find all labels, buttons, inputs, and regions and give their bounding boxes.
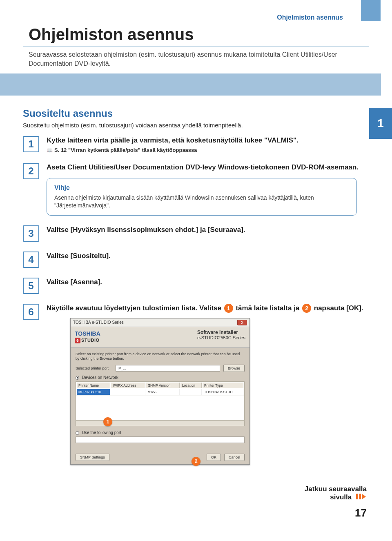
tip-text: Asenna ohjelmisto kirjautumalla sisään k… — [54, 194, 349, 209]
col-location: Location — [180, 383, 202, 388]
chapter-tab: 1 — [369, 108, 392, 139]
selected-port-input[interactable]: IP_... — [116, 365, 220, 372]
step-1: 1 Kytke laitteen virta päälle ja varmist… — [23, 136, 369, 153]
step-number: 2 — [23, 163, 39, 179]
selected-port-label: Selected printer port — [76, 366, 112, 370]
step-number: 6 — [23, 304, 39, 320]
installer-title-text: TOSHIBA e-STUDIO Series — [73, 320, 124, 325]
step-text: Valitse [Suositeltu]. — [47, 252, 369, 261]
cell-name: MFP07080510 — [77, 389, 110, 395]
page-title: Ohjelmiston asennus — [23, 25, 369, 44]
callout-inline-1: 1 — [224, 304, 233, 313]
installer-header-title: Software Installer — [197, 329, 245, 335]
installer-instruction: Select an existing printer port from a d… — [76, 352, 245, 361]
breadcrumb: Ohjelmiston asennus — [23, 14, 343, 21]
step-number: 1 — [23, 136, 39, 152]
cell-snmp: V1/V2 — [146, 389, 179, 395]
installer-dialog: TOSHIBA e-STUDIO Series X Software Insta… — [70, 318, 250, 465]
step6-mid: tämä laite listalta ja — [236, 304, 301, 312]
continue-line1: Jatkuu seuraavalla — [305, 485, 367, 493]
step-text: Näytölle avautuu löydettyjen tulostimien… — [47, 304, 369, 313]
cell-loc — [180, 389, 202, 395]
continue-line2: sivulla — [330, 493, 352, 501]
arrow-icon — [356, 493, 367, 501]
printer-list-area — [76, 396, 245, 421]
col-printer-name: Printer Name — [77, 383, 110, 388]
close-button[interactable]: X — [237, 320, 247, 325]
col-ip: IP/IPX Address — [111, 383, 145, 388]
tip-box: Vihje Asenna ohjelmisto kirjautumalla si… — [47, 178, 357, 216]
printer-row[interactable]: MFP07080510 V1/V2 TOSHIBA e-STUD — [77, 389, 243, 395]
cell-ip — [111, 389, 145, 395]
ok-button[interactable]: OK — [207, 454, 221, 461]
callout-badge-1: 1 — [103, 417, 112, 426]
step6-before: Näytölle avautuu löydettyjen tulostimien… — [47, 304, 223, 312]
step6-after: napsauta [OK]. — [314, 304, 363, 312]
step-number: 4 — [23, 252, 39, 268]
continue-text: Jatkuu seuraavalla sivulla — [23, 485, 367, 502]
step-6: 6 Näytölle avautuu löydettyjen tulostimi… — [23, 304, 369, 465]
radio2-label: Use the following port — [82, 430, 121, 435]
logo-text: STUDIO — [81, 338, 100, 343]
tip-title: Vihje — [54, 184, 349, 191]
e-logo-icon: e — [75, 338, 80, 343]
step-text: Aseta Client Utilities/User Documentatio… — [47, 163, 369, 172]
divider — [23, 46, 369, 47]
installer-header-subtitle: e-STUDIO2550C Series — [197, 335, 245, 340]
col-type: Printer Type — [203, 383, 243, 388]
intro-text: Seuraavassa selostetaan ohjelmiston (esi… — [23, 50, 369, 73]
page-number: 17 — [23, 507, 369, 519]
step-number: 5 — [23, 278, 39, 294]
browse-button[interactable]: Browse — [223, 365, 245, 372]
snmp-settings-button[interactable]: SNMP Settings — [76, 454, 109, 461]
step-text: Valitse [Hyväksyn lisenssisopimuksen ehd… — [47, 225, 369, 235]
port-input[interactable] — [76, 436, 245, 443]
cell-type: TOSHIBA e-STUD — [203, 389, 243, 395]
radio-use-following-port[interactable] — [76, 431, 79, 435]
section-lead: Suositeltu ohjelmisto (esim. tulostusaju… — [23, 122, 369, 129]
installer-titlebar: TOSHIBA e-STUDIO Series X — [71, 318, 249, 327]
step-4: 4 Valitse [Suositeltu]. — [23, 252, 369, 268]
section-title: Suositeltu asennus — [23, 108, 369, 119]
step-2: 2 Aseta Client Utilities/User Documentat… — [23, 163, 369, 216]
step-text: Valitse [Asenna]. — [47, 278, 369, 287]
cross-reference: S. 12 "Virran kytkentä päälle/pois" täss… — [47, 147, 369, 153]
step-number: 3 — [23, 225, 39, 242]
radio1-label: Devices on Network — [82, 375, 118, 380]
cancel-button[interactable]: Cancel — [224, 454, 245, 461]
installer-header: Software Installer e-STUDIO2550C Series … — [71, 327, 249, 348]
printer-table: Printer Name IP/IPX Address SNMP Version… — [76, 381, 245, 396]
radio-devices-on-network[interactable] — [76, 376, 79, 380]
corner-tab — [361, 0, 381, 21]
blue-band — [0, 73, 381, 96]
callout-badge-2: 2 — [192, 457, 200, 466]
step-text: Kytke laitteen virta päälle ja varmista,… — [47, 136, 369, 145]
step-5: 5 Valitse [Asenna]. — [23, 278, 369, 294]
col-snmp: SNMP Version — [146, 383, 179, 388]
horizontal-scrollbar[interactable] — [76, 421, 245, 426]
callout-inline-2: 2 — [302, 304, 311, 313]
step-3: 3 Valitse [Hyväksyn lisenssisopimuksen e… — [23, 225, 369, 242]
